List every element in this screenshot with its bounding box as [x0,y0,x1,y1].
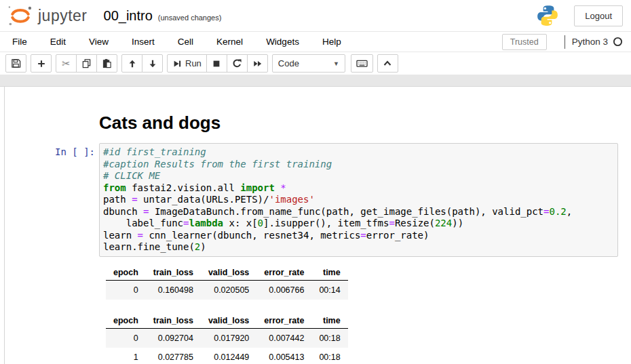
stop-button[interactable] [206,54,227,73]
jupyter-logo[interactable]: jupyter [5,4,88,27]
cell-type-select[interactable]: Code ▼ [272,54,345,73]
code-token: import [240,182,275,193]
page-background-band [0,75,631,87]
step-forward-icon [172,59,182,68]
code-token: Resize( [395,218,435,228]
menubar: FileEditViewInsertCellKernelWidgetsHelp … [0,31,631,52]
code-token: = [132,194,137,205]
code-token: error_rate) [366,230,429,241]
notebook-title[interactable]: 00_intro [104,8,153,24]
move-cell-down-button[interactable] [142,54,163,73]
code-cell[interactable]: In [ ]: #id first_training#caption Resul… [5,143,631,257]
code-token: learn.fine_tune( [103,241,195,252]
input-prompt: In [ ]: [5,143,99,157]
code-line[interactable]: # CLICK ME [103,170,614,182]
menu-items: FileEditViewInsertCellKernelWidgetsHelp [4,33,356,50]
code-line[interactable]: learn = cnn_learner(dbunch, resnet34, me… [103,230,614,242]
menu-item-help[interactable]: Help [314,33,349,50]
copy-icon [81,58,92,68]
markdown-cell[interactable]: Cats and dogs [5,96,631,143]
table-cell: 0.012449 [201,348,256,364]
column-header-train_loss: train_loss [146,313,201,329]
code-line[interactable]: path = untar_data(URLs.PETS)/'images' [103,194,614,206]
code-token: dbunch [103,206,143,217]
trusted-badge[interactable]: Trusted [502,34,547,50]
move-cell-up-button[interactable] [121,54,142,73]
code-token: 0.2 [549,206,566,217]
cell-type-value: Code [278,58,299,68]
command-palette-button[interactable] [351,54,373,73]
paste-button[interactable] [96,54,117,73]
paste-icon [102,58,112,68]
code-token: 'images' [269,194,314,205]
table-cell: 00:18 [311,328,347,348]
plus-icon [37,59,46,68]
menu-item-file[interactable]: File [4,33,35,50]
jupyter-logo-text: jupyter [38,7,88,25]
table-row: 00.0927040.0179200.00744200:18 [106,328,348,348]
run-button-label: Run [185,58,202,68]
code-token: from [103,182,126,193]
code-token: path [103,194,132,205]
add-cell-button[interactable] [31,54,52,73]
header: jupyter 00_intro (unsaved changes) Logou… [0,0,631,31]
code-line[interactable]: #caption Results from the first training [103,159,614,171]
markdown-prompt-spacer [5,96,99,100]
menu-item-edit[interactable]: Edit [42,33,74,50]
column-header-epoch: epoch [106,265,146,281]
checkpoint-status: (unsaved changes) [158,14,222,22]
table-cell: 0.160498 [146,280,201,300]
column-header-error_rate: error_rate [256,265,311,281]
table-cell: 0.027785 [146,348,201,364]
markdown-heading: Cats and dogs [99,113,221,134]
arrow-down-icon [148,59,157,68]
menu-item-widgets[interactable]: Widgets [258,33,307,50]
menu-item-insert[interactable]: Insert [123,33,163,50]
code-token: x: x[ [223,218,258,228]
code-token: )) [452,218,463,228]
column-header-epoch: epoch [106,313,146,329]
copy-button[interactable] [76,54,97,73]
code-token: * [280,182,286,193]
menu-item-view[interactable]: View [81,33,117,50]
menu-item-cell[interactable]: Cell [170,33,202,50]
table-cell: 00:14 [311,280,347,300]
column-header-time: time [311,313,347,329]
column-header-train_loss: train_loss [146,265,201,281]
chevron-up-button[interactable] [377,54,398,73]
chevron-up-icon [383,59,392,68]
table-row: 10.0277850.0124490.00541300:18 [106,348,348,364]
code-line[interactable]: label_func=lambda x: x[0].isupper(), ite… [103,218,614,230]
select-caret-icon: ▼ [333,60,339,67]
column-header-error_rate: error_rate [256,313,311,329]
code-token: learn [103,230,138,241]
python-logo-icon [536,4,559,27]
code-token: = [389,218,394,228]
fast-forward-button[interactable] [247,54,268,73]
column-header-valid_loss: valid_loss [201,313,256,329]
move-group [121,54,163,73]
output-tables: epochtrain_lossvalid_losserror_ratetime0… [99,257,348,364]
code-editor[interactable]: #id first_training#caption Results from … [99,143,618,257]
add-group [31,54,52,73]
kernel-name: Python 3 [572,37,608,47]
code-line[interactable]: from fastai2.vision.all import * [103,182,614,195]
table-cell: 0.007442 [256,328,311,348]
logout-button[interactable]: Logout [574,5,623,26]
cut-icon: ✂ [62,58,71,68]
code-token: lambda [189,218,223,228]
code-line[interactable]: #id first_training [103,146,614,159]
code-token: cnn_learner(dbunch, resnet34, metrics [143,230,360,241]
code-line[interactable]: learn.fine_tune(2) [103,241,614,254]
save-group [5,54,26,73]
cut-button[interactable]: ✂ [56,54,77,73]
table-header-row: epochtrain_lossvalid_losserror_ratetime [106,265,348,281]
menu-item-kernel[interactable]: Kernel [208,33,251,50]
code-line[interactable]: dbunch = ImageDataBunch.from_name_func(p… [103,206,614,218]
column-header-valid_loss: valid_loss [201,265,256,281]
save-button[interactable] [5,54,26,73]
training-table-2: epochtrain_lossvalid_losserror_ratetime0… [106,313,348,364]
code-token: # CLICK ME [103,170,160,181]
restart-kernel-button[interactable] [227,54,248,73]
run-button[interactable]: Run [167,54,207,73]
